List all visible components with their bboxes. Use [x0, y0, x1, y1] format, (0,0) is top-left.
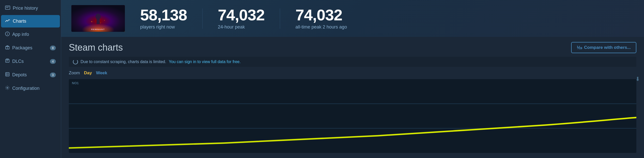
sidebar-item-configuration[interactable]: Configuration	[1, 82, 60, 95]
chart-svg	[69, 79, 636, 153]
compare-icon: ⅟₂₃	[577, 45, 582, 50]
zoom-controls: Zoom Day Week	[69, 70, 107, 76]
app-info-icon	[5, 32, 10, 37]
compare-button[interactable]: ⅟₂₃ Compare with others...	[571, 42, 636, 53]
sidebar-item-dlcs[interactable]: DLCs 4	[1, 55, 60, 68]
charts-icon	[5, 19, 10, 24]
players-now-number: 58,138	[140, 7, 187, 23]
game-thumbnail: REMNANT	[71, 5, 125, 32]
sidebar-item-charts[interactable]: Charts	[1, 15, 60, 27]
peak-24h-number: 74,032	[218, 7, 265, 23]
dlcs-badge: 4	[50, 59, 56, 64]
sidebar-item-price-history[interactable]: Price history	[1, 2, 60, 15]
sidebar-item-dlcs-label: DLCs	[12, 59, 24, 64]
zoom-row: Zoom Day Week ⬇	[69, 70, 636, 76]
sidebar: Price history Charts App info Pa	[0, 0, 61, 158]
svg-text:REMNANT: REMNANT	[91, 28, 105, 31]
svg-point-19	[96, 13, 101, 20]
peak-24h-stat: 74,032 24-hour peak	[218, 7, 265, 30]
configuration-icon	[5, 85, 10, 91]
svg-rect-8	[6, 59, 9, 62]
sidebar-item-packages[interactable]: Packages 8	[1, 41, 60, 54]
players-now-label: players right now	[140, 24, 175, 30]
svg-point-16	[7, 87, 8, 89]
charts-header: Steam charts ⅟₂₃ Compare with others...	[69, 42, 636, 53]
charts-section: Steam charts ⅟₂₃ Compare with others... …	[61, 37, 644, 158]
stats-bar: REMNANT 58,138 players right now 74,032 …	[61, 0, 644, 37]
svg-point-21	[91, 21, 92, 22]
packages-icon	[5, 45, 10, 51]
stat-divider-2	[280, 8, 280, 29]
chart-label: NO1	[72, 81, 79, 85]
svg-point-23	[100, 23, 101, 23]
sidebar-item-depots-label: Depots	[12, 72, 27, 78]
depots-badge: 3	[50, 73, 56, 77]
peak-alltime-stat: 74,032 all-time peak 2 hours ago	[295, 7, 347, 30]
chart-area: NO1	[69, 79, 636, 153]
svg-rect-12	[6, 73, 9, 76]
sidebar-item-app-info-label: App info	[12, 32, 29, 37]
sidebar-item-configuration-label: Configuration	[12, 86, 40, 91]
notice-sign-in-link[interactable]: You can sign in to view full data for fr…	[169, 60, 241, 64]
zoom-day-button[interactable]: Day	[84, 70, 92, 76]
players-now-stat: 58,138 players right now	[140, 7, 187, 30]
sidebar-item-charts-label: Charts	[13, 19, 26, 24]
sidebar-item-depots[interactable]: Depots 3	[1, 68, 60, 81]
depots-icon	[5, 72, 10, 78]
notice-text: Due to constant scraping, charts data is…	[81, 60, 166, 64]
peak-alltime-number: 74,032	[295, 7, 342, 23]
sidebar-item-app-info[interactable]: App info	[1, 28, 60, 41]
zoom-week-button[interactable]: Week	[96, 70, 107, 76]
sidebar-item-price-history-label: Price history	[13, 6, 38, 11]
dlcs-icon	[5, 59, 10, 64]
charts-title: Steam charts	[69, 42, 123, 53]
peak-24h-label: 24-hour peak	[218, 24, 245, 30]
svg-point-5	[7, 33, 8, 33]
compare-button-label: Compare with others...	[584, 45, 631, 50]
svg-point-22	[104, 20, 105, 21]
stat-divider-1	[202, 8, 203, 29]
packages-badge: 8	[50, 46, 56, 50]
notice-bar: Due to constant scraping, charts data is…	[69, 57, 636, 67]
notice-spinner-icon	[73, 59, 78, 64]
peak-alltime-label: all-time peak 2 hours ago	[295, 24, 347, 30]
svg-rect-20	[97, 19, 100, 24]
zoom-label: Zoom	[69, 70, 80, 76]
price-history-icon	[5, 6, 10, 11]
main-content: REMNANT 58,138 players right now 74,032 …	[61, 0, 644, 158]
sidebar-item-packages-label: Packages	[12, 45, 32, 51]
